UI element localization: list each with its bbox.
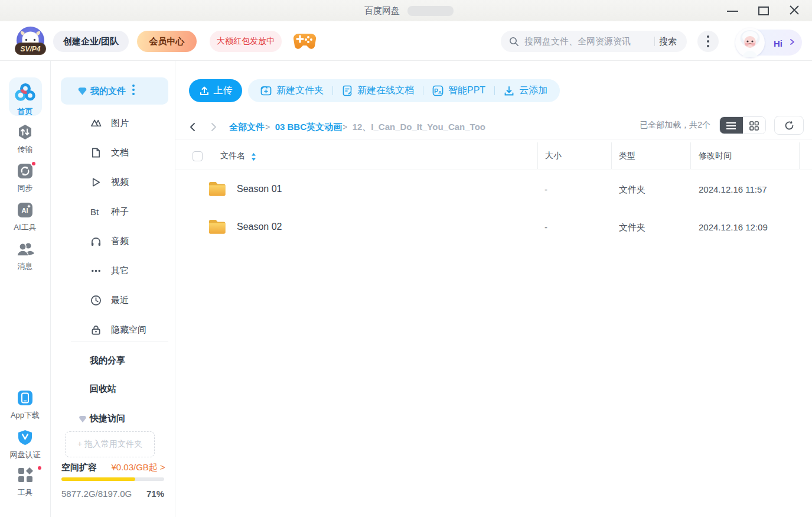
svg-text:AI: AI xyxy=(22,207,28,214)
svg-text:A: A xyxy=(438,90,442,95)
